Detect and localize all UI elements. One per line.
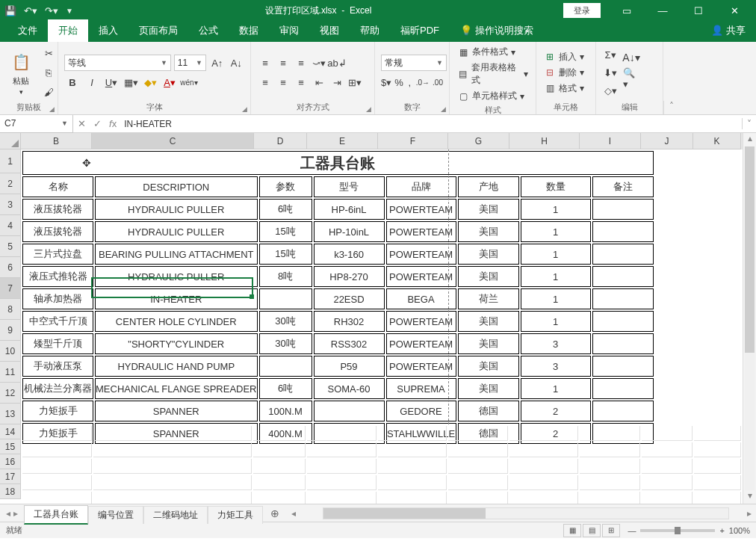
tab-insert[interactable]: 插入 — [88, 19, 128, 42]
cell[interactable]: 1 — [521, 288, 591, 309]
column-header[interactable]: B — [21, 133, 92, 149]
cell[interactable]: 15吨 — [259, 244, 312, 265]
spreadsheet-grid[interactable]: 123456789101112131415161718 BCDEFGHIJK 工… — [0, 133, 756, 504]
cell[interactable]: 荷兰 — [458, 288, 519, 309]
cell[interactable]: 美国 — [458, 266, 519, 287]
row-header[interactable]: 13 — [0, 404, 21, 424]
cell[interactable] — [592, 401, 654, 421]
autosum-icon[interactable]: Σ▾ — [602, 46, 619, 63]
row-headers[interactable]: 123456789101112131415161718 — [0, 149, 21, 499]
align-center-icon[interactable]: ≡ — [275, 74, 291, 90]
cell[interactable]: POWERTEAM — [386, 311, 456, 332]
align-bottom-icon[interactable]: ≡ — [293, 55, 309, 71]
cell[interactable]: 美国 — [458, 244, 519, 265]
row-header[interactable]: 14 — [0, 424, 21, 439]
sheet-tab[interactable]: 编号位置 — [88, 506, 143, 524]
tab-help[interactable]: 帮助 — [350, 19, 390, 42]
cell[interactable]: 2 — [521, 401, 591, 421]
align-right-icon[interactable]: ≡ — [293, 74, 309, 90]
cell[interactable]: 1 — [521, 378, 591, 399]
conditional-format-button[interactable]: ▦条件格式▾ — [456, 45, 530, 59]
cell[interactable]: 6吨 — [259, 378, 312, 399]
cell[interactable]: SUPREMA — [386, 378, 456, 399]
cell[interactable]: 液压式推轮器 — [22, 266, 93, 287]
fill-color-button[interactable]: ◆▾ — [142, 74, 158, 90]
format-as-table-button[interactable]: ▤套用表格格式▾ — [456, 61, 530, 87]
cell[interactable]: HYDRAULIC PULLER — [95, 199, 258, 220]
row-header[interactable]: 6 — [0, 257, 21, 278]
save-icon[interactable]: 💾 — [4, 5, 16, 16]
fill-icon[interactable]: ⬇▾ — [602, 64, 619, 81]
delete-cells-button[interactable]: ⊟删除▾ — [542, 66, 586, 80]
sheet-tab-active[interactable]: 工器具台账 — [24, 505, 88, 525]
tab-nav[interactable]: ◂▸ — [0, 508, 24, 519]
row-header[interactable]: 9 — [0, 320, 21, 341]
font-name-combo[interactable]: 等线▼ — [64, 55, 171, 71]
cell[interactable]: 力矩扳手 — [22, 401, 93, 421]
cell[interactable]: 液压拔轮器 — [22, 199, 93, 220]
qat-customize-icon[interactable]: ▼ — [66, 7, 73, 15]
row-header[interactable]: 10 — [0, 341, 21, 362]
page-layout-view-icon[interactable]: ▤ — [583, 524, 601, 537]
dialog-launcher-icon[interactable]: ◢ — [366, 105, 371, 113]
tab-nav-next-icon[interactable]: ▸ — [13, 508, 18, 519]
decrease-indent-icon[interactable]: ⇤ — [311, 74, 327, 90]
cell[interactable]: 1 — [521, 266, 591, 287]
zoom-out-icon[interactable]: — — [628, 526, 636, 535]
decrease-decimal-icon[interactable]: .00 — [433, 74, 443, 90]
column-header[interactable]: E — [307, 133, 378, 149]
cell[interactable]: 8吨 — [259, 266, 312, 287]
italic-button[interactable]: I — [84, 74, 100, 90]
row-header[interactable]: 3 — [0, 194, 21, 215]
undo-icon[interactable]: ↶▾ — [24, 5, 37, 16]
cell[interactable]: RH302 — [314, 311, 385, 332]
tab-formulas[interactable]: 公式 — [188, 19, 229, 42]
find-select-icon[interactable]: 🔍▾ — [623, 70, 639, 87]
tab-layout[interactable]: 页面布局 — [128, 19, 188, 42]
tab-review[interactable]: 审阅 — [269, 19, 309, 42]
format-cells-button[interactable]: ▥格式▾ — [542, 81, 586, 96]
phonetic-button[interactable]: wén▾ — [181, 74, 197, 90]
tab-file[interactable]: 文件 — [7, 19, 48, 42]
cell[interactable]: HYDRAULIC PULLER — [95, 266, 258, 287]
row-header[interactable]: 15 — [0, 439, 21, 454]
row-header[interactable]: 5 — [0, 236, 21, 257]
increase-decimal-icon[interactable]: .0→ — [416, 74, 430, 90]
cell[interactable]: 液压拔轮器 — [22, 221, 93, 242]
ribbon-options-icon[interactable]: ▭ — [610, 2, 644, 19]
tab-home[interactable]: 开始 — [48, 19, 88, 42]
cell[interactable]: HYDRAULIC HAND PUMP — [95, 356, 258, 377]
cell[interactable]: 美国 — [458, 221, 519, 242]
collapse-ribbon-icon[interactable]: ˄ — [663, 101, 678, 114]
cell[interactable]: GEDORE — [386, 401, 456, 421]
page-break-view-icon[interactable]: ⊞ — [602, 524, 620, 537]
cell[interactable]: POWERTEAM — [386, 244, 456, 265]
column-header[interactable]: I — [580, 133, 641, 149]
cell[interactable]: IN-HEATER — [95, 288, 258, 309]
close-icon[interactable]: ✕ — [717, 2, 752, 19]
clear-icon[interactable]: ◇▾ — [602, 82, 619, 99]
copy-icon[interactable]: ⎘ — [40, 64, 57, 81]
format-painter-icon[interactable]: 🖌 — [40, 84, 57, 100]
cell[interactable]: k3-160 — [314, 244, 385, 265]
cell[interactable] — [592, 221, 654, 242]
cell[interactable]: 30吨 — [259, 333, 312, 354]
column-header[interactable]: H — [509, 133, 580, 149]
cell[interactable]: 美国 — [458, 378, 519, 399]
name-box[interactable]: C7▼ — [0, 115, 73, 133]
column-headers[interactable]: BCDEFGHIJK — [21, 133, 743, 149]
cell[interactable] — [259, 288, 312, 309]
column-header[interactable]: J — [641, 133, 693, 149]
decrease-font-icon[interactable]: A↓ — [229, 55, 244, 71]
cell[interactable]: POWERTEAM — [386, 333, 456, 354]
cell[interactable]: BEARING PULLING ATTACHMENT — [95, 244, 258, 265]
align-top-icon[interactable]: ≡ — [257, 55, 273, 71]
merge-button[interactable]: ⊞▾ — [347, 74, 363, 90]
new-sheet-button[interactable]: ⊕ — [263, 505, 287, 522]
redo-icon[interactable]: ↷▾ — [45, 5, 58, 16]
cell[interactable]: 美国 — [458, 356, 519, 377]
row-header[interactable]: 16 — [0, 454, 21, 469]
increase-indent-icon[interactable]: ⇥ — [329, 74, 345, 90]
cell[interactable]: SPANNER — [95, 401, 258, 421]
row-header[interactable]: 18 — [0, 484, 21, 499]
